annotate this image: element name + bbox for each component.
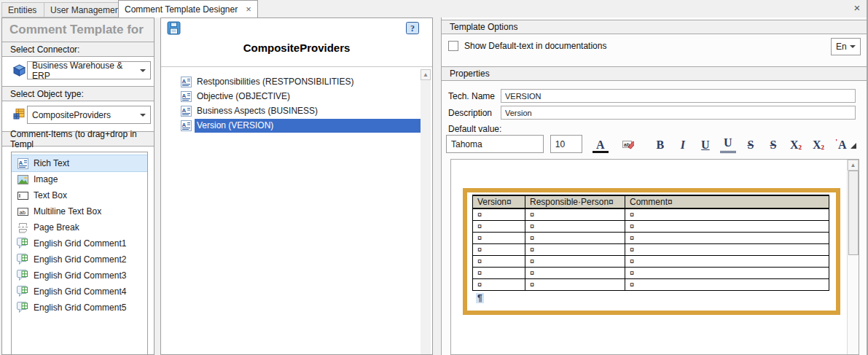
table-row: ¤¤¤: [473, 278, 829, 290]
table-cell[interactable]: ¤: [525, 243, 625, 255]
table-row: ¤¤¤: [473, 220, 829, 232]
table-cell[interactable]: ¤: [473, 267, 525, 278]
scroll-up-arrow-icon[interactable]: ▲: [421, 69, 431, 80]
double-underline-button[interactable]: U: [720, 136, 736, 153]
font-color-button[interactable]: A: [593, 136, 609, 153]
editor-scrollbar[interactable]: ▲: [847, 160, 859, 354]
object-type-dropdown[interactable]: CompositeProviders: [27, 106, 151, 124]
grid-comment-icon: [17, 302, 29, 313]
svg-text:?: ?: [410, 23, 415, 34]
editor-scrollbar-thumb[interactable]: [848, 171, 859, 255]
highlight-chevron-icon[interactable]: [636, 136, 645, 153]
list-item-english-grid-comment5[interactable]: English Grid Comment5: [12, 300, 147, 316]
table-cell[interactable]: ¤: [473, 208, 525, 220]
table-cell[interactable]: ¤: [473, 278, 525, 290]
font-color-chevron-icon[interactable]: [609, 136, 617, 153]
font-family-dropdown[interactable]: Tahoma: [446, 135, 544, 153]
list-item-english-grid-comment2[interactable]: English Grid Comment2: [12, 251, 147, 268]
list-item-multiline-text-box[interactable]: abMultiline Text Box: [12, 203, 147, 219]
table-cell[interactable]: ¤: [525, 208, 625, 220]
richtext-icon: A: [180, 105, 192, 117]
list-item-english-grid-comment3[interactable]: English Grid Comment3: [12, 268, 147, 284]
template-field-objective-objective[interactable]: AObjective (OBJECTIVE): [163, 89, 422, 104]
table-cell[interactable]: ¤: [525, 255, 625, 267]
window-close-icon[interactable]: ×: [851, 2, 863, 14]
list-item-english-grid-comment1[interactable]: English Grid Comment1: [12, 235, 147, 251]
table-cell[interactable]: ¤: [525, 267, 625, 278]
table-cell[interactable]: ¤: [625, 208, 829, 220]
table-cell[interactable]: ¤: [525, 220, 625, 232]
description-label: Description: [448, 108, 492, 118]
language-dropdown[interactable]: En: [831, 38, 861, 55]
divider: [161, 66, 432, 67]
table-cell[interactable]: ¤: [473, 220, 525, 232]
tab-label: User Management: [50, 5, 122, 15]
svg-text:A: A: [182, 121, 187, 128]
grid-comment-icon: [17, 270, 29, 281]
bold-button[interactable]: B: [652, 136, 668, 153]
show-default-text-label: Show Default-text in documentations: [464, 41, 606, 51]
grow-font-button[interactable]: 'A: [833, 136, 849, 153]
description-field[interactable]: [501, 106, 856, 120]
template-field-version-version[interactable]: AVersion (VERSION): [163, 118, 422, 133]
italic-button[interactable]: I: [675, 136, 691, 153]
list-item-label: Page Break: [34, 222, 79, 233]
comment-items-list: ARich TextImageText BoxabMultiline Text …: [11, 152, 148, 355]
font-size-dropdown[interactable]: 10: [550, 135, 582, 153]
list-item-english-grid-comment4[interactable]: English Grid Comment4: [12, 284, 147, 300]
table-cell[interactable]: ¤: [473, 243, 525, 255]
table-cell[interactable]: ¤: [473, 232, 525, 243]
table-row: ¤¤¤: [473, 208, 829, 220]
list-item-label: English Grid Comment3: [34, 270, 126, 281]
table-header-cell[interactable]: Version¤: [473, 195, 525, 208]
table-header-cell[interactable]: Responsible·Person¤: [525, 195, 625, 208]
table-row: ¤¤¤: [473, 267, 829, 278]
table-header-row: Version¤Responsible·Person¤Comment¤: [473, 195, 829, 208]
save-icon[interactable]: [167, 21, 181, 35]
object-type-dropdown-value: CompositeProviders: [32, 110, 111, 120]
table-cell[interactable]: ¤: [625, 232, 829, 243]
tab-comment-template-designer[interactable]: Comment Template Designer ×: [118, 0, 258, 17]
table-header-cell[interactable]: Comment¤: [625, 195, 829, 208]
help-icon[interactable]: ?: [406, 22, 419, 34]
highlight-button[interactable]: ab: [620, 136, 636, 153]
tab-close-icon[interactable]: ×: [246, 4, 251, 14]
table-cell[interactable]: ¤: [525, 278, 625, 290]
subscript-button[interactable]: X2: [810, 136, 826, 153]
list-item-image[interactable]: Image: [12, 171, 147, 187]
table-cell[interactable]: ¤: [625, 220, 829, 232]
table-cell[interactable]: ¤: [473, 255, 525, 267]
table-cell[interactable]: ¤: [625, 278, 829, 290]
table-cell[interactable]: ¤: [525, 232, 625, 243]
list-item-page-break[interactable]: Page Break: [12, 219, 147, 235]
underline-button[interactable]: U: [697, 136, 713, 153]
list-item-label: English Grid Comment1: [34, 238, 126, 249]
strikethrough-button[interactable]: S: [743, 136, 759, 153]
connector-dropdown[interactable]: Business Warehouse & ERP: [27, 61, 151, 79]
template-table[interactable]: Version¤Responsible·Person¤Comment¤¤¤¤¤¤…: [472, 195, 829, 291]
list-item-text-box[interactable]: Text Box: [12, 187, 147, 203]
double-strikethrough-button[interactable]: S: [765, 136, 781, 153]
toolbar-overflow-corner-icon[interactable]: [851, 143, 856, 149]
page-break-icon: [17, 222, 29, 233]
template-field-restponsibilities-restponsibilities[interactable]: ARestponsibilities (RESTPONSIBILITIES): [163, 74, 422, 89]
template-field-label: Business Aspects (BUSINESS): [195, 104, 321, 118]
list-item-label: English Grid Comment5: [34, 303, 126, 313]
template-field-business-aspects-business[interactable]: ABusiness Aspects (BUSINESS): [163, 104, 422, 118]
list-item-rich-text[interactable]: ARich Text: [12, 155, 147, 171]
scroll-up-arrow-icon[interactable]: ▲: [848, 160, 859, 171]
template-fields-scrollbar[interactable]: ▲: [421, 69, 431, 354]
table-cell[interactable]: ¤: [625, 267, 829, 278]
table-row: ¤¤¤: [473, 243, 829, 255]
superscript-button[interactable]: X2: [788, 136, 804, 153]
tab-label: Entities: [8, 5, 36, 15]
list-item-label: English Grid Comment4: [34, 286, 126, 297]
show-default-text-checkbox[interactable]: [448, 41, 458, 51]
table-cell[interactable]: ¤: [625, 243, 829, 255]
tech-name-field[interactable]: [501, 89, 856, 103]
table-cell[interactable]: ¤: [625, 255, 829, 267]
template-options-header: Template Options: [442, 20, 867, 34]
default-value-editor[interactable]: Version¤Responsible·Person¤Comment¤¤¤¤¤¤…: [450, 159, 859, 355]
list-item-label: Rich Text: [34, 158, 69, 168]
comment-items-header: Comment-Items (to drag+drop in Templ: [2, 131, 154, 147]
